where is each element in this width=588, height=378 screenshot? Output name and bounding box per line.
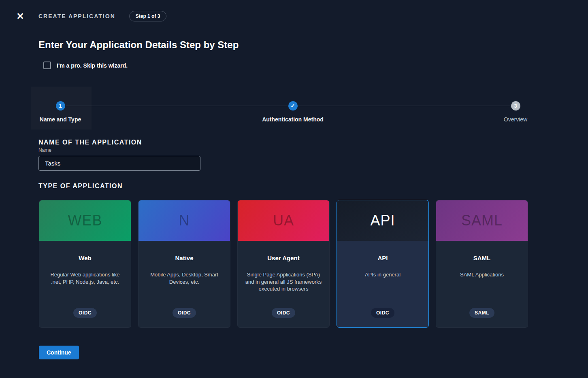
card-description: Regular Web applications like .net, PHP,… xyxy=(46,271,124,285)
web-card-banner: WEB xyxy=(39,200,131,241)
protocol-badge: OIDC xyxy=(272,308,295,318)
card-title: SAML xyxy=(436,255,528,261)
protocol-badge: OIDC xyxy=(173,308,196,318)
card-description: SAML Applications xyxy=(443,271,521,278)
step-label: Name and Type xyxy=(12,116,109,123)
native-card-banner: N xyxy=(138,200,230,241)
step-progress-badge: Step 1 of 3 xyxy=(129,11,167,21)
stepper-step-authentication-method[interactable]: ✓ Authentication Method xyxy=(244,87,341,123)
saml-card-banner: SAML xyxy=(436,200,528,241)
application-type-cards: WEB Web Regular Web applications like .n… xyxy=(39,200,588,328)
protocol-badge: SAML xyxy=(469,308,494,318)
card-description: Single Page Applications (SPA) and in ge… xyxy=(244,271,323,293)
page-title: Enter Your Application Details Step by S… xyxy=(38,39,588,51)
wizard-title: CREATE APPLICATION xyxy=(38,13,115,19)
card-description: APIs in general xyxy=(343,271,422,278)
card-title: Native xyxy=(138,255,230,261)
step-number-indicator: 3 xyxy=(511,101,520,110)
app-type-card-api[interactable]: API API APIs in general OIDC xyxy=(337,200,429,328)
app-type-card-native[interactable]: N Native Mobile Apps, Desktop, Smart Dev… xyxy=(138,200,230,328)
name-section-heading: NAME OF THE APPLICATION xyxy=(38,139,588,146)
skip-wizard-label: I'm a pro. Skip this wizard. xyxy=(57,62,128,69)
protocol-badge: OIDC xyxy=(371,308,394,318)
app-type-card-saml[interactable]: SAML SAML SAML Applications SAML xyxy=(436,200,528,328)
protocol-badge: OIDC xyxy=(73,308,97,318)
stepper-step-overview[interactable]: 3 Overview xyxy=(467,87,564,123)
app-type-card-web[interactable]: WEB Web Regular Web applications like .n… xyxy=(39,200,131,328)
application-name-input[interactable] xyxy=(38,156,200,171)
close-icon[interactable]: ✕ xyxy=(15,11,25,21)
app-type-card-user-agent[interactable]: UA User Agent Single Page Applications (… xyxy=(237,200,330,328)
skip-wizard-option[interactable]: I'm a pro. Skip this wizard. xyxy=(43,62,588,69)
card-title: User Agent xyxy=(238,255,329,261)
card-description: Mobile Apps, Desktop, Smart Devices, etc… xyxy=(145,271,224,285)
api-card-banner: API xyxy=(337,200,428,241)
type-section-heading: TYPE OF APPLICATION xyxy=(38,183,588,190)
user-agent-card-banner: UA xyxy=(238,200,329,241)
card-title: API xyxy=(337,255,428,261)
step-label: Overview xyxy=(467,116,564,123)
stepper-step-name-and-type[interactable]: 1 Name and Type xyxy=(12,87,109,123)
step-check-icon: ✓ xyxy=(288,101,298,110)
skip-wizard-checkbox[interactable] xyxy=(43,62,51,69)
name-field-label: Name xyxy=(38,147,51,153)
wizard-top-bar: ✕ CREATE APPLICATION Step 1 of 3 xyxy=(0,0,588,32)
card-title: Web xyxy=(39,255,131,261)
step-number-indicator: 1 xyxy=(56,101,65,110)
step-label: Authentication Method xyxy=(244,116,341,123)
continue-button[interactable]: Continue xyxy=(39,346,79,359)
wizard-stepper: 1 Name and Type ✓ Authentication Method … xyxy=(0,87,588,130)
